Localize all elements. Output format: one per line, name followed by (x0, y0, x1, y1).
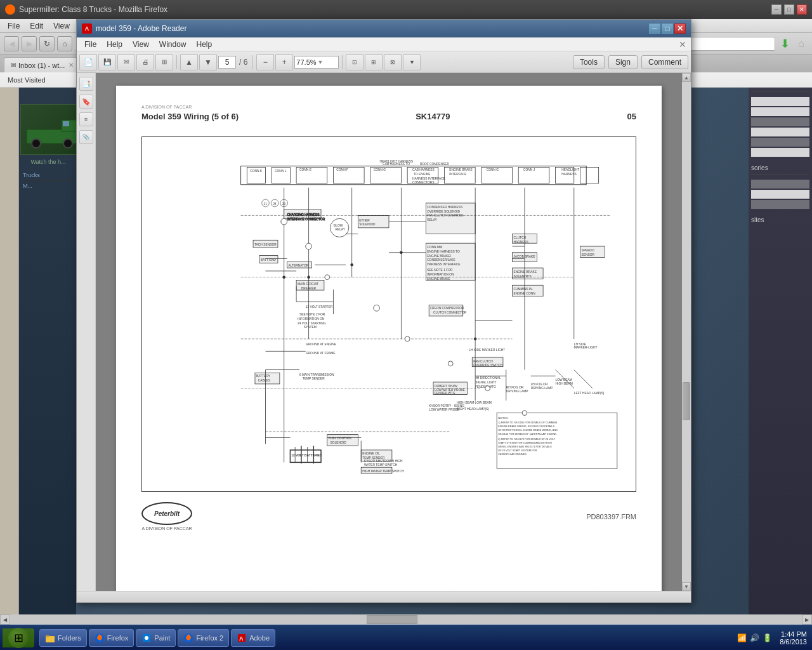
adobe-page: A DIVISION OF PACCAR Model 359 Wiring (5… (116, 86, 662, 591)
toolbar-print2-btn[interactable]: ⊞ (155, 54, 173, 70)
firefox-menu-edit[interactable]: Edit (25, 20, 48, 32)
adobe-maximize-button[interactable]: □ (662, 23, 673, 34)
svg-text:ROBERT SHAW: ROBERT SHAW (435, 385, 457, 388)
taskbar-item-folders[interactable]: Folders (39, 629, 87, 647)
m-tab[interactable]: M... (23, 181, 74, 191)
stripe-8 (751, 190, 809, 199)
reload-button[interactable]: ↻ (39, 36, 55, 51)
home-button[interactable]: ⌂ (57, 36, 72, 51)
truck-thumbnail (20, 104, 76, 155)
svg-text:BATT  GND: BATT GND (261, 258, 277, 262)
toolbar-fit-btn[interactable]: ⊡ (346, 54, 363, 70)
stripe-6 (751, 148, 809, 157)
paccar-text: A DIVISION OF PACCAR (141, 526, 192, 531)
svg-text:HIGH WATER TEMP SWITCH: HIGH WATER TEMP SWITCH (362, 470, 404, 473)
adobe-menu-close-button[interactable]: ✕ (677, 39, 688, 50)
tools-button[interactable]: Tools (573, 55, 605, 69)
sign-button[interactable]: Sign (608, 55, 638, 69)
svg-text:LH FOG OR: LH FOG OR (531, 383, 548, 386)
page-number-input[interactable] (218, 56, 236, 69)
page-footer: Peterbilt A DIVISION OF PACCAR PD803397.… (141, 502, 636, 531)
svg-text:SENSOR: SENSOR (581, 253, 594, 256)
taskbar-item-firefox[interactable]: Firefox (89, 629, 134, 647)
firefox-menu-view[interactable]: View (48, 20, 75, 32)
svg-text:LH SIDE: LH SIDE (574, 343, 587, 346)
firefox-close-button[interactable]: ✕ (797, 4, 807, 15)
tab-inbox-close[interactable]: ✕ (67, 62, 75, 69)
svg-point-193 (405, 336, 410, 342)
panel-btn-2[interactable]: 🔖 (79, 95, 93, 109)
firefox-left-content: Watch the h... Trucks M... (0, 88, 76, 627)
adobe-menu-file[interactable]: File (79, 39, 102, 50)
svg-text:SYSTEM: SYSTEM (304, 326, 317, 329)
toolbar-open-btn[interactable]: 📄 (79, 54, 97, 70)
svg-text:TO ENGINE: TO ENGINE (414, 173, 431, 176)
adobe-document-area[interactable]: A DIVISION OF PACCAR Model 359 Wiring (5… (96, 73, 682, 591)
adobe-menu-help2[interactable]: Help (192, 39, 218, 50)
watch-label[interactable]: Watch the h... (20, 159, 76, 165)
toolbar-print-btn[interactable]: 🖨 (136, 54, 154, 70)
svg-text:CONN F: CONN F (336, 168, 348, 171)
taskbar-firefox2-label: Firefox 2 (196, 634, 223, 642)
toolbar-more-btn[interactable]: ▼ (403, 54, 421, 70)
svg-text:SK10134 FOR DETAILS OF CATERPI: SK10134 FOR DETAILS OF CATERPILLAR ENGIN… (498, 432, 557, 435)
scroll-down-button[interactable]: ▼ (682, 582, 691, 591)
hscroll-thumb[interactable] (367, 615, 417, 624)
toolbar-email-btn[interactable]: ✉ (117, 54, 135, 70)
scroll-up-button[interactable]: ▲ (682, 73, 691, 82)
page-total: / 6 (237, 58, 249, 67)
adobe-minimize-button[interactable]: ─ (649, 23, 660, 34)
comment-button[interactable]: Comment (641, 55, 688, 69)
panel-btn-1[interactable]: 📑 (79, 77, 93, 91)
firefox-menu-file[interactable]: File (3, 20, 25, 32)
toolbar-fitwidth-btn[interactable]: ⊞ (365, 54, 383, 70)
hscroll-right-button[interactable]: ▶ (802, 614, 812, 625)
svg-point-207 (145, 636, 148, 640)
svg-text:FREON COMPRESSOR: FREON COMPRESSOR (430, 307, 464, 310)
taskbar-item-adobe[interactable]: A Adobe (231, 629, 275, 647)
toolbar-prev-btn[interactable]: ▲ (180, 54, 198, 70)
adobe-menu-view[interactable]: View (128, 39, 154, 50)
forward-button[interactable]: ▶ (22, 36, 37, 51)
svg-text:HARNESS INTERFACE: HARNESS INTERFACE (412, 177, 446, 180)
right-panel: ck Gallery Trick kin sories sites (749, 55, 812, 626)
horizontal-scrollbar[interactable]: ◀ ▶ (0, 614, 812, 625)
toolbar-save-btn[interactable]: 💾 (98, 54, 116, 70)
zoom-selector[interactable]: 77.5% ▼ (294, 56, 339, 69)
scroll-thumb[interactable] (683, 382, 690, 420)
adobe-menu-window[interactable]: Window (154, 39, 192, 50)
download-button[interactable]: ⬇ (778, 37, 792, 51)
svg-text:CLUTCH CONNECTOR: CLUTCH CONNECTOR (433, 311, 467, 314)
panel-btn-4[interactable]: 📎 (79, 130, 93, 144)
toolbar-zoom-out-btn[interactable]: − (256, 54, 274, 70)
svg-text:CONN E: CONN E (299, 168, 312, 171)
back-button[interactable]: ◀ (4, 36, 19, 51)
most-visited-bookmark[interactable]: Most Visited (4, 75, 49, 85)
firefox-window-controls: ─ □ ✕ (771, 4, 807, 15)
firefox-maximize-button[interactable]: □ (784, 4, 794, 15)
svg-text:1) REFER TO SK10185 FOR DETAIL: 1) REFER TO SK10185 FOR DETAILS OF CUMMI… (498, 421, 558, 424)
start-button[interactable]: ⊞ (3, 628, 34, 647)
svg-text:GLOW: GLOW (333, 224, 343, 227)
svg-text:CABLES: CABLES (258, 379, 271, 382)
svg-text:FAN CLUTCH: FAN CLUTCH (473, 360, 493, 363)
taskbar-item-firefox2[interactable]: Firefox 2 (178, 629, 229, 647)
taskbar-firefox-label: Firefox (107, 634, 129, 642)
trucks-tab[interactable]: Trucks (23, 170, 74, 181)
toolbar-next-btn[interactable]: ▼ (199, 54, 217, 70)
adobe-menu-help[interactable]: Help (102, 39, 128, 50)
toolbar-zoom-in-btn[interactable]: + (275, 54, 293, 70)
svg-text:29: 29 (282, 202, 286, 206)
toolbar-rotate-btn[interactable]: ⊠ (384, 54, 402, 70)
svg-text:SEE NOTE 1 FOR: SEE NOTE 1 FOR (427, 269, 453, 272)
taskbar-item-paint[interactable]: Paint (136, 629, 176, 647)
adobe-scrollbar[interactable]: ▲ ▼ (682, 73, 691, 591)
taskbar-tray: 📶 🔊 🔋 (734, 633, 775, 643)
home-nav-button[interactable]: ⌂ (794, 37, 808, 51)
firefox-minimize-button[interactable]: ─ (771, 4, 782, 15)
adobe-close-button[interactable]: ✕ (674, 23, 686, 34)
hscroll-left-button[interactable]: ◀ (0, 614, 10, 625)
toolbar-separator-1 (176, 55, 177, 69)
tab-inbox[interactable]: ✉ Inbox (1) - wt... ✕ (4, 57, 82, 72)
panel-btn-3[interactable]: ≡ (79, 112, 93, 126)
